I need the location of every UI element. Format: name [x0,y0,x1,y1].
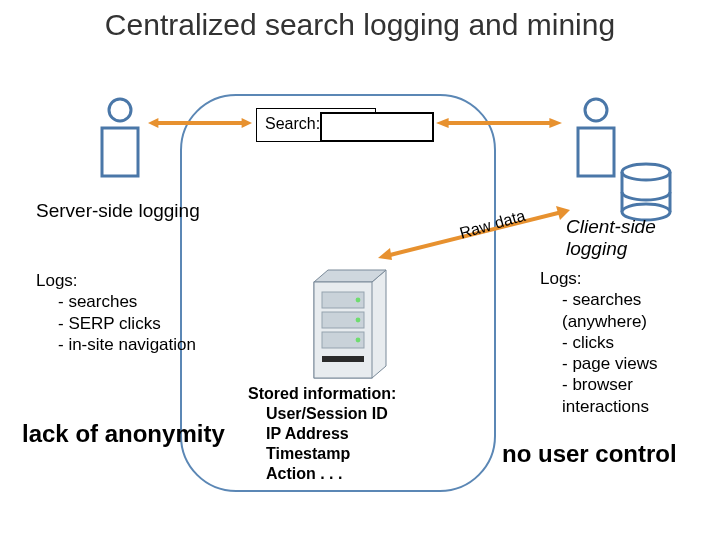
stored-info-block: Stored information: User/Session ID IP A… [248,384,396,484]
arrow-left-icon [148,116,252,130]
list-item: - SERP clicks [36,313,196,334]
person-left-icon [92,96,148,186]
svg-point-0 [109,99,131,121]
stored-info-heading: Stored information: [248,384,396,404]
svg-rect-3 [578,128,614,176]
list-item: - clicks [540,332,720,353]
list-item: IP Address [248,424,396,444]
svg-point-12 [356,298,361,303]
search-label: Search: [265,115,320,132]
svg-rect-15 [322,356,364,362]
list-item: - browser interactions [540,374,720,417]
svg-marker-18 [242,118,252,128]
svg-point-4 [622,164,670,180]
svg-marker-17 [148,118,158,128]
arrow-right-icon [436,116,562,130]
slide-title: Centralized search logging and mining [0,8,720,42]
list-item: User/Session ID [248,404,396,424]
list-item: - in-site navigation [36,334,196,355]
svg-point-2 [585,99,607,121]
svg-point-13 [356,318,361,323]
list-item: Action . . . [248,464,396,484]
svg-marker-20 [436,118,449,128]
search-input-box[interactable] [320,112,434,142]
svg-marker-23 [378,248,392,260]
list-item: - searches [36,291,196,312]
server-side-logs: Logs: - searches - SERP clicks - in-site… [36,270,196,355]
server-icon [300,264,400,388]
svg-marker-21 [549,118,562,128]
client-side-logs: Logs: - searches (anywhere) - clicks - p… [540,268,720,417]
logs-label: Logs: [36,270,196,291]
person-right-icon [568,96,624,186]
svg-point-14 [356,338,361,343]
list-item: - page views [540,353,720,374]
client-side-heading: Client-side logging [566,216,720,260]
client-side-drawback: no user control [502,440,677,468]
list-item: Timestamp [248,444,396,464]
server-side-heading: Server-side logging [36,200,200,222]
list-item: - searches (anywhere) [540,289,720,332]
server-side-drawback: lack of anonymity [22,420,225,448]
logs-label: Logs: [540,268,720,289]
svg-rect-1 [102,128,138,176]
